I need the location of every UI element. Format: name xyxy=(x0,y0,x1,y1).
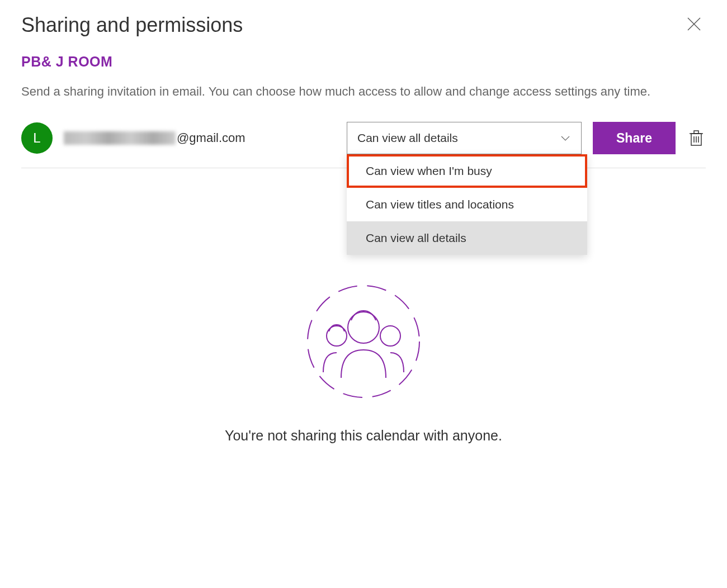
email-suffix: @gmail.com xyxy=(177,131,246,145)
permission-option-details[interactable]: Can view all details xyxy=(347,221,587,255)
sharing-row: L @gmail.com Can view all details Can vi… xyxy=(21,122,706,168)
people-illustration-icon xyxy=(302,280,425,403)
permission-dropdown[interactable]: Can view all details xyxy=(347,122,582,154)
empty-state-text: You're not sharing this calendar with an… xyxy=(21,428,706,444)
close-icon xyxy=(687,17,701,31)
svg-point-8 xyxy=(308,286,419,397)
permission-option-label: Can view when I'm busy xyxy=(366,164,492,178)
empty-state: You're not sharing this calendar with an… xyxy=(21,280,706,444)
permission-selected-value: Can view all details xyxy=(357,131,458,145)
user-avatar: L xyxy=(21,122,53,154)
share-button[interactable]: Share xyxy=(593,122,676,154)
permission-option-label: Can view titles and locations xyxy=(366,198,514,211)
remove-button[interactable] xyxy=(687,129,706,148)
description-text: Send a sharing invitation in email. You … xyxy=(21,81,706,102)
permission-dropdown-menu: Can view when I'm busy Can view titles a… xyxy=(347,154,587,255)
permission-option-busy[interactable]: Can view when I'm busy xyxy=(347,154,587,188)
page-title: Sharing and permissions xyxy=(21,13,706,37)
permission-option-label: Can view all details xyxy=(366,231,466,245)
avatar-initial: L xyxy=(33,130,40,146)
room-name: PB& J ROOM xyxy=(21,54,706,70)
svg-point-11 xyxy=(380,326,400,346)
permission-dropdown-wrapper: Can view all details Can view when I'm b… xyxy=(347,122,582,154)
svg-rect-4 xyxy=(694,131,698,134)
chevron-down-icon xyxy=(560,132,571,144)
permission-option-titles[interactable]: Can view titles and locations xyxy=(347,188,587,221)
email-redacted-portion xyxy=(64,131,176,145)
close-button[interactable] xyxy=(687,17,701,34)
email-address: @gmail.com xyxy=(64,131,336,145)
trash-icon xyxy=(689,130,704,146)
